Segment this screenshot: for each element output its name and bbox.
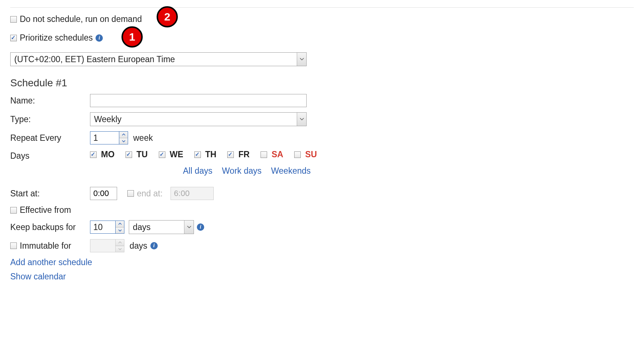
start-at-row: Start at: end at: <box>10 187 634 200</box>
day-tu-checkbox[interactable] <box>126 151 132 158</box>
day-we-label: WE <box>170 150 183 159</box>
day-sa-checkbox[interactable] <box>261 151 267 158</box>
end-at-label: end at: <box>137 189 162 199</box>
effective-from-row: Effective from <box>10 205 634 215</box>
effective-from-checkbox[interactable] <box>10 207 17 214</box>
top-divider <box>10 7 634 8</box>
days-row: Days MOTUWETHFRSASU <box>10 150 634 161</box>
work-days-link[interactable]: Work days <box>222 166 262 176</box>
no-schedule-row: Do not schedule, run on demand 2 <box>10 14 634 24</box>
add-another-schedule-link[interactable]: Add another schedule <box>10 257 634 267</box>
keep-unit-select[interactable]: days <box>129 220 194 234</box>
start-at-label: Start at: <box>10 189 90 199</box>
all-days-link[interactable]: All days <box>183 166 213 176</box>
callout-1: 1 <box>121 26 143 48</box>
keep-spinner[interactable]: 10 <box>90 221 124 234</box>
repeat-label: Repeat Every <box>10 133 90 143</box>
day-mo-label: MO <box>101 150 115 159</box>
prioritize-row: Prioritize schedules i 1 <box>10 33 634 43</box>
keep-backups-row: Keep backups for 10 days i <box>10 220 634 234</box>
day-th-label: TH <box>205 150 217 159</box>
immutable-checkbox[interactable] <box>10 242 17 249</box>
name-input[interactable] <box>90 94 307 107</box>
immutable-label: Immutable for <box>20 241 71 251</box>
day-th: TH <box>194 150 217 159</box>
prioritize-checkbox[interactable] <box>10 35 17 41</box>
keep-backups-label: Keep backups for <box>10 222 90 232</box>
spinner-down-icon[interactable] <box>116 227 124 234</box>
type-select[interactable]: Weekly <box>90 112 307 126</box>
info-icon[interactable]: i <box>96 34 103 42</box>
end-at-checkbox[interactable] <box>127 190 134 197</box>
day-su-label: SU <box>305 150 317 159</box>
day-mo-checkbox[interactable] <box>90 151 97 158</box>
immutable-row: Immutable for days i <box>10 239 634 252</box>
info-icon[interactable]: i <box>150 242 158 249</box>
timezone-select[interactable]: (UTC+02:00, EET) Eastern European Time <box>10 52 307 66</box>
weekends-link[interactable]: Weekends <box>271 166 311 176</box>
end-at-input <box>171 187 214 200</box>
keep-unit-value: days <box>129 221 184 234</box>
prioritize-label: Prioritize schedules <box>20 33 93 43</box>
show-calendar-link[interactable]: Show calendar <box>10 272 634 282</box>
day-we-checkbox[interactable] <box>159 151 165 158</box>
no-schedule-label: Do not schedule, run on demand <box>20 14 142 24</box>
repeat-row: Repeat Every 1 week <box>10 131 634 144</box>
immutable-spinner <box>90 239 124 252</box>
type-row: Type: Weekly <box>10 112 634 126</box>
chevron-down-icon <box>184 221 194 234</box>
day-sa: SA <box>261 150 283 159</box>
day-fr-label: FR <box>238 150 250 159</box>
name-label: Name: <box>10 96 90 106</box>
callout-2: 2 <box>157 6 178 27</box>
days-label: Days <box>10 150 90 161</box>
timezone-value: (UTC+02:00, EET) Eastern European Time <box>11 53 297 66</box>
keep-value: 10 <box>90 221 115 233</box>
day-mo: MO <box>90 150 115 159</box>
spinner-up-icon[interactable] <box>119 132 128 138</box>
day-quick-links: All days Work days Weekends <box>183 166 634 176</box>
repeat-spinner[interactable]: 1 <box>90 131 128 144</box>
no-schedule-checkbox[interactable] <box>10 16 17 23</box>
repeat-value: 1 <box>90 132 119 144</box>
type-value: Weekly <box>90 113 297 126</box>
name-row: Name: <box>10 94 634 107</box>
spinner-up-icon <box>116 240 124 246</box>
spinner-down-icon[interactable] <box>119 138 128 144</box>
spinner-down-icon <box>116 246 124 252</box>
spinner-up-icon[interactable] <box>116 221 124 227</box>
immutable-unit: days <box>130 241 147 251</box>
days-group: MOTUWETHFRSASU <box>90 150 317 159</box>
effective-from-label: Effective from <box>20 205 71 215</box>
day-fr: FR <box>227 150 250 159</box>
day-th-checkbox[interactable] <box>194 151 201 158</box>
info-icon[interactable]: i <box>197 223 204 231</box>
chevron-down-icon <box>297 53 306 66</box>
immutable-value <box>90 240 115 252</box>
day-tu-label: TU <box>136 150 148 159</box>
type-label: Type: <box>10 114 90 124</box>
chevron-down-icon <box>297 113 306 126</box>
day-su-checkbox[interactable] <box>294 151 301 158</box>
day-tu: TU <box>126 150 148 159</box>
start-at-input[interactable] <box>90 187 117 200</box>
day-sa-label: SA <box>272 150 283 159</box>
day-su: SU <box>294 150 317 159</box>
week-unit: week <box>133 133 153 143</box>
day-we: WE <box>159 150 183 159</box>
day-fr-checkbox[interactable] <box>227 151 234 158</box>
schedule-heading: Schedule #1 <box>10 77 634 89</box>
